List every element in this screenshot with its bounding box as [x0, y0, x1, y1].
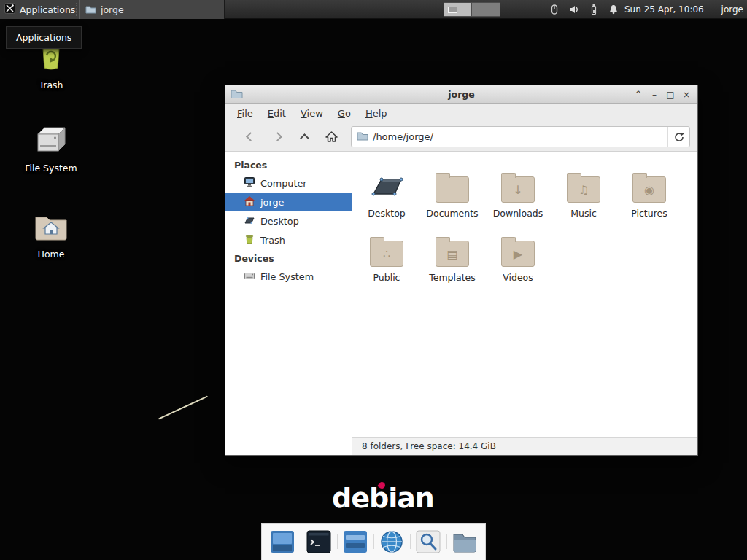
system-tray [549, 4, 619, 15]
folder-icon: ∴ [370, 241, 403, 267]
template-glyph: ▤ [436, 241, 468, 266]
dock-item-web-browser[interactable] [374, 524, 410, 560]
trash-small-icon [244, 233, 255, 246]
file-manager-window: jorge ^ – □ × File Edit View Go Help /ho… [225, 85, 698, 456]
debian-wordmark: debian [332, 482, 434, 514]
desktop-icon-label: Home [38, 249, 65, 260]
menu-file[interactable]: File [230, 105, 260, 122]
sidebar-item-jorge[interactable]: jorge [225, 192, 352, 211]
dock [261, 523, 486, 560]
dock-item-app-finder[interactable] [411, 524, 446, 560]
folder-item-templates[interactable]: ▤ Templates [419, 230, 485, 283]
panel-clock[interactable]: Sun 25 Apr, 10:06 [624, 0, 704, 19]
desktop-icon-filesystem[interactable]: File System [16, 124, 86, 174]
drive-icon [34, 124, 68, 158]
home-button[interactable] [318, 126, 345, 148]
reload-icon [673, 131, 685, 143]
minimize-button[interactable]: – [646, 85, 662, 104]
window-title: jorge [225, 89, 697, 100]
forward-button[interactable] [264, 126, 291, 148]
menu-go[interactable]: Go [330, 105, 358, 122]
close-button[interactable]: × [678, 85, 694, 104]
sidebar-item-trash[interactable]: Trash [225, 230, 352, 249]
home-folder-icon [34, 211, 68, 244]
download-arrow-glyph: ↓ [502, 177, 534, 202]
folder-item-desktop[interactable]: Desktop [354, 166, 419, 219]
folder-item-pictures[interactable]: ◉ Pictures [616, 166, 682, 219]
share-glyph: ∴ [371, 241, 403, 266]
sidebar-item-label: Computer [260, 178, 307, 189]
devices-header: Devices [225, 249, 352, 267]
bell-icon[interactable] [608, 4, 619, 15]
mouse-icon[interactable] [549, 4, 560, 15]
applications-icon [4, 3, 15, 17]
back-button[interactable] [237, 126, 264, 148]
sidebar-item-label: jorge [260, 197, 284, 208]
folder-icon: ▶ [501, 241, 535, 267]
panel-settings-icon [342, 529, 368, 554]
applications-button[interactable]: Applications [0, 0, 83, 19]
folder-item-downloads[interactable]: ↓ Downloads [485, 166, 551, 219]
folder-glyph [436, 177, 468, 202]
folder-icon: ♫ [567, 176, 600, 203]
forward-icon [273, 132, 282, 141]
home-icon [244, 195, 255, 209]
desktop-pad-icon [368, 166, 406, 203]
reload-button[interactable] [667, 127, 689, 147]
applications-label: Applications [20, 4, 75, 15]
sidebar-item-computer[interactable]: Computer [225, 174, 352, 192]
window-folder-icon [231, 88, 243, 102]
battery-icon[interactable] [588, 4, 600, 15]
home-icon [325, 131, 338, 143]
sidebar: Places Computer jorge Desktop [225, 152, 352, 455]
up-button[interactable] [291, 126, 318, 148]
menubar: File Edit View Go Help [225, 104, 697, 122]
folder-item-public[interactable]: ∴ Public [354, 230, 419, 283]
play-glyph: ▶ [502, 241, 534, 266]
menu-view[interactable]: View [293, 105, 330, 122]
panel-username[interactable]: jorge [721, 0, 743, 19]
globe-icon [379, 529, 405, 554]
menu-help[interactable]: Help [358, 105, 395, 122]
panel-separator [76, 3, 77, 16]
path-text: /home/jorge/ [373, 131, 667, 142]
titlebar[interactable]: jorge ^ – □ × [225, 85, 697, 104]
volume-icon[interactable] [568, 4, 580, 15]
sidebar-item-label: Desktop [260, 216, 299, 227]
applications-tooltip: Applications [6, 26, 82, 49]
display-icon [269, 529, 295, 554]
sidebar-item-filesystem[interactable]: File System [225, 267, 352, 286]
path-bar[interactable]: /home/jorge/ [351, 126, 690, 147]
folder-view: Desktop Documents ↓ Downloads ♫ Music ◉ … [352, 152, 697, 438]
top-panel: Applications jorge Sun 25 Apr, 10:06 jor… [0, 0, 747, 19]
folder-label: Documents [426, 208, 478, 219]
shade-button[interactable]: ^ [630, 85, 646, 104]
dock-item-file-manager[interactable] [447, 524, 483, 560]
folder-item-videos[interactable]: ▶ Videos [485, 230, 551, 283]
workspace-window-thumb [448, 7, 457, 13]
up-icon [300, 133, 309, 143]
sidebar-item-label: File System [260, 271, 314, 282]
dock-item-settings[interactable] [338, 524, 374, 560]
desktop-place-icon [244, 215, 255, 228]
workspace-2[interactable] [472, 2, 500, 17]
magnifier-icon [415, 529, 441, 554]
statusbar: 8 folders, Free space: 14.4 GiB [352, 438, 697, 455]
workspace-1[interactable] [444, 2, 472, 17]
folder-icon: ▤ [436, 241, 469, 267]
folder-item-music[interactable]: ♫ Music [551, 166, 616, 219]
sidebar-item-desktop[interactable]: Desktop [225, 211, 352, 230]
dock-item-desktop-settings[interactable] [265, 524, 301, 560]
folder-label: Music [570, 208, 597, 219]
folder-item-documents[interactable]: Documents [419, 166, 485, 219]
folder-icon: ↓ [501, 176, 535, 203]
menu-edit[interactable]: Edit [260, 105, 293, 122]
camera-glyph: ◉ [633, 177, 665, 202]
folder-label: Videos [503, 272, 533, 283]
desktop-icon-home[interactable]: Home [16, 211, 86, 260]
wallpaper-line [158, 395, 208, 419]
taskbar-button-jorge[interactable]: jorge [79, 0, 225, 19]
places-header: Places [225, 156, 352, 174]
maximize-button[interactable]: □ [662, 85, 678, 104]
dock-item-terminal[interactable] [301, 524, 337, 560]
